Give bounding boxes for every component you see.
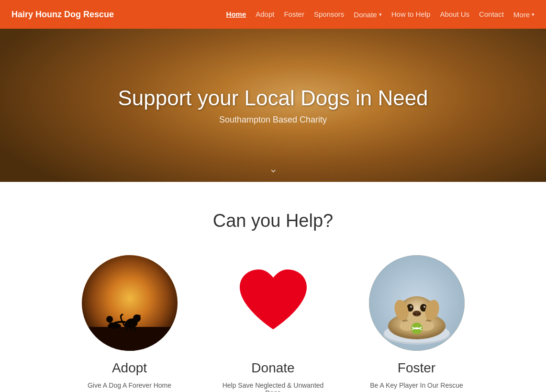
nav-link-how-to-help[interactable]: How to Help: [391, 10, 431, 18]
main-section: Can you Help?: [0, 182, 546, 392]
chevron-down-icon[interactable]: ⌄: [269, 163, 278, 175]
nav-link-contact[interactable]: Contact: [479, 10, 504, 18]
nav-link-about-us[interactable]: About Us: [440, 10, 469, 18]
hero-title: Support your Local Dogs in Need: [118, 86, 428, 110]
hero-section: Support your Local Dogs in Need Southamp…: [0, 29, 546, 182]
hero-subtitle: Southampton Based Charity: [118, 115, 428, 125]
navbar: Hairy Hounz Dog Rescue Home Adopt Foster…: [0, 0, 546, 29]
nav-link-more[interactable]: More: [513, 11, 535, 19]
section-title: Can you Help?: [10, 211, 536, 231]
nav-item-about-us[interactable]: About Us: [440, 10, 469, 19]
nav-link-sponsors[interactable]: Sponsors: [314, 10, 344, 18]
nav-item-how-to-help[interactable]: How to Help: [391, 10, 431, 19]
adopt-image: [82, 255, 178, 351]
donate-image: [225, 255, 321, 351]
donate-description: Help Save Neglected & Unwanted Dogs: [216, 381, 331, 392]
svg-point-15: [413, 313, 416, 315]
nav-link-adopt[interactable]: Adopt: [256, 10, 274, 18]
svg-line-5: [127, 327, 128, 331]
foster-title: Foster: [398, 360, 435, 376]
nav-item-adopt[interactable]: Adopt: [256, 10, 274, 19]
svg-line-7: [134, 327, 135, 331]
foster-image: [369, 255, 465, 351]
nav-link-foster[interactable]: Foster: [284, 10, 304, 18]
foster-dog-svg: [369, 255, 465, 351]
cards-row: Adopt Give A Dog A Forever Home Meet the…: [10, 255, 536, 392]
nav-link-donate[interactable]: Donate: [354, 11, 381, 19]
nav-item-sponsors[interactable]: Sponsors: [314, 10, 344, 19]
svg-point-19: [410, 306, 412, 308]
adopt-description: Give A Dog A Forever Home: [88, 381, 171, 389]
nav-brand[interactable]: Hairy Hounz Dog Rescue: [11, 10, 114, 20]
nav-item-donate[interactable]: Donate: [354, 11, 381, 19]
nav-item-more[interactable]: More: [513, 11, 535, 19]
nav-item-contact[interactable]: Contact: [479, 10, 504, 19]
hero-content: Support your Local Dogs in Need Southamp…: [118, 86, 428, 125]
svg-point-16: [417, 313, 420, 315]
adopt-silhouette-svg: [82, 255, 178, 351]
donate-card: Donate Help Save Neglected & Unwanted Do…: [216, 255, 331, 392]
heart-icon-svg: [235, 267, 312, 339]
svg-point-20: [423, 306, 425, 308]
adopt-card: Adopt Give A Dog A Forever Home Meet the…: [72, 255, 187, 392]
foster-card: Foster Be A Key Player In Our Rescue Vie…: [359, 255, 474, 392]
nav-item-home[interactable]: Home: [226, 10, 246, 19]
donate-title: Donate: [251, 360, 294, 376]
nav-item-foster[interactable]: Foster: [284, 10, 304, 19]
nav-link-home[interactable]: Home: [226, 10, 246, 18]
svg-point-3: [106, 316, 113, 323]
nav-links: Home Adopt Foster Sponsors Donate How to…: [226, 10, 535, 19]
foster-description: Be A Key Player In Our Rescue: [370, 381, 463, 389]
svg-rect-1: [82, 327, 178, 351]
adopt-title: Adopt: [112, 360, 147, 376]
